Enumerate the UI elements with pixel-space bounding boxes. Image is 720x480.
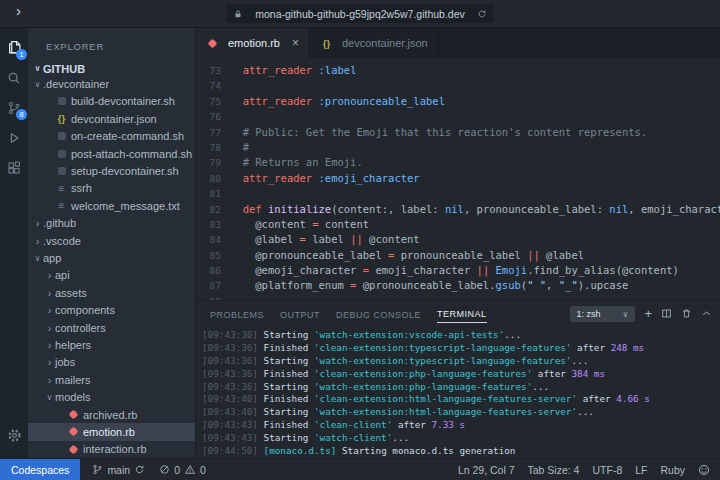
new-terminal-icon[interactable]: [644, 306, 652, 321]
code-line[interactable]: 84 @label = label || @content: [196, 232, 720, 247]
tree-item-models[interactable]: ∨models: [28, 388, 195, 405]
tree-item-emotion-rb[interactable]: emotion.rb: [28, 423, 195, 440]
tree-item-post-attach-command-sh[interactable]: post-attach-command.sh: [28, 145, 195, 162]
code-line[interactable]: 79 # Returns an Emoji.: [196, 155, 720, 170]
code-line[interactable]: 86 @emoji_character = emoji_character ||…: [196, 263, 720, 278]
code-text: def initialize(content:, label: nil, pro…: [230, 202, 720, 217]
code-text: @pronounceable_label = pronounceable_lab…: [230, 248, 584, 263]
tree-item-welcome-message-txt[interactable]: ≡welcome_message.txt: [28, 197, 195, 214]
activity-run-debug-icon[interactable]: [0, 124, 28, 151]
tree-item-mailers[interactable]: ›mailers: [28, 371, 195, 388]
browser-forward-icon[interactable]: ›: [16, 2, 21, 19]
code-line[interactable]: 75 attr_reader :pronounceable_label: [196, 94, 720, 109]
url-text[interactable]: mona-github-github-g59jpq2w5w7.github.de…: [243, 8, 477, 20]
tab-devcontainer-json[interactable]: {} devcontainer.json: [310, 28, 439, 58]
tree-item--vscode[interactable]: ›.vscode: [28, 232, 195, 249]
terminal-line: [09:43:36] Finished 'clean-extension:php…: [202, 368, 720, 381]
code-line[interactable]: 80 attr_reader :emoji_character: [196, 171, 720, 186]
activity-settings-icon[interactable]: [0, 422, 28, 449]
explorer-title: EXPLORER: [28, 28, 195, 62]
line-number: 86: [196, 263, 230, 278]
code-line[interactable]: 81: [196, 186, 720, 201]
code-line[interactable]: 77 # Public: Get the Emoji that this rea…: [196, 125, 720, 140]
code-line[interactable]: 74: [196, 78, 720, 93]
code-line[interactable]: 83 @content = content: [196, 217, 720, 232]
language-mode[interactable]: Ruby: [660, 464, 685, 476]
panel-tab-terminal[interactable]: TERMINAL: [437, 304, 487, 323]
activity-search-icon[interactable]: [0, 64, 28, 91]
line-number: 80: [196, 171, 230, 186]
activity-extensions-icon[interactable]: [0, 154, 28, 181]
text-file-icon: ≡: [55, 183, 68, 194]
tree-item-jobs[interactable]: ›jobs: [28, 354, 195, 371]
json-file-icon: {}: [55, 113, 68, 124]
tree-item-ssrh[interactable]: ≡ssrh: [28, 180, 195, 197]
maximize-panel-icon[interactable]: [701, 308, 712, 319]
terminal-line: [09:43:36] Starting 'watch-extension:vsc…: [202, 329, 720, 342]
tab-size[interactable]: Tab Size: 4: [528, 464, 580, 476]
tree-item-archived-rb[interactable]: archived.rb: [28, 406, 195, 423]
problems-indicator[interactable]: 0 0: [159, 464, 206, 476]
tree-item-label: devcontainer.json: [71, 113, 157, 125]
code-editor[interactable]: 73 attr_reader :label7475 attr_reader :p…: [196, 58, 720, 300]
status-bar: Codespaces main 0 0 Ln 29, Col 7 Tab Siz…: [0, 458, 720, 480]
tree-item-build-devcontainer-sh[interactable]: build-devcontainer.sh: [28, 93, 195, 110]
eol-indicator[interactable]: LF: [635, 464, 647, 476]
codespaces-remote-button[interactable]: Codespaces: [0, 459, 80, 480]
terminal-line: [09:43:40] Finished 'clean-extension:htm…: [202, 393, 720, 406]
tree-item-devcontainer-json[interactable]: {}devcontainer.json: [28, 110, 195, 127]
tree-item--github[interactable]: ›.github: [28, 215, 195, 232]
browser-topbar: › mona-github-github-g59jpq2w5w7.github.…: [0, 0, 720, 28]
address-bar[interactable]: mona-github-github-g59jpq2w5w7.github.de…: [226, 4, 494, 23]
tree-item-controllers[interactable]: ›controllers: [28, 319, 195, 336]
line-number: 75: [196, 94, 230, 109]
terminal-line: [09:43:43] Starting 'watch-client'...: [202, 432, 720, 445]
lock-icon: [233, 9, 243, 19]
code-text: # Public: Get the Emoji that this reacti…: [230, 125, 647, 140]
line-number: 78: [196, 140, 230, 155]
terminal-shell-select[interactable]: 1: zsh: [570, 306, 636, 322]
split-terminal-icon[interactable]: [661, 308, 672, 319]
cursor-position[interactable]: Ln 29, Col 7: [458, 464, 515, 476]
tree-item-app[interactable]: ∨app: [28, 249, 195, 266]
kill-terminal-icon[interactable]: [681, 308, 692, 319]
repo-section-github[interactable]: ∨ GITHUB: [28, 62, 195, 75]
tree-item-api[interactable]: ›api: [28, 267, 195, 284]
terminal-line: [09:43:36] Starting 'watch-extension:php…: [202, 381, 720, 394]
tree-item--devcontainer[interactable]: ∨.devcontainer: [28, 75, 195, 92]
chevron-right-icon: ›: [44, 339, 55, 351]
tree-item-interaction-rb[interactable]: interaction.rb: [28, 441, 195, 458]
text-file-icon: ≡: [55, 200, 68, 211]
shell-file-icon: [55, 97, 68, 105]
code-line[interactable]: 85 @pronounceable_label = pronounceable_…: [196, 248, 720, 263]
tree-item-setup-devcontainer-sh[interactable]: setup-devcontainer.sh: [28, 162, 195, 179]
tree-item-on-create-command-sh[interactable]: on-create-command.sh: [28, 128, 195, 145]
encoding[interactable]: UTF-8: [592, 464, 622, 476]
panel-tab-problems[interactable]: PROBLEMS: [210, 305, 264, 323]
activity-source-control-icon[interactable]: 8: [0, 94, 28, 121]
reload-icon[interactable]: [477, 9, 487, 19]
code-text: @content = content: [230, 217, 369, 232]
tree-item-assets[interactable]: ›assets: [28, 284, 195, 301]
chevron-right-icon: ›: [44, 374, 55, 386]
chevron-down-icon: ∨: [44, 393, 55, 402]
panel-tab-output[interactable]: OUTPUT: [280, 305, 320, 323]
line-number: 81: [196, 186, 230, 201]
code-line[interactable]: 87 @platform_enum = @pronounceable_label…: [196, 278, 720, 293]
tree-item-helpers[interactable]: ›helpers: [28, 336, 195, 353]
panel-tab-debug-console[interactable]: DEBUG CONSOLE: [336, 305, 421, 323]
activity-explorer-icon[interactable]: 1: [0, 34, 28, 61]
tree-item-components[interactable]: ›components: [28, 301, 195, 318]
workbench: 18 EXPLORER ∨ GITHUB ∨.devcontainerbuild…: [0, 28, 720, 458]
feedback-smiley-icon[interactable]: [698, 464, 710, 476]
branch-indicator[interactable]: main: [92, 464, 145, 476]
terminal-output[interactable]: [09:43:36] Starting 'watch-extension:vsc…: [196, 326, 720, 458]
ruby-gem-shape: [69, 410, 79, 420]
code-line[interactable]: 78 #: [196, 140, 720, 155]
tab-emotion-rb[interactable]: emotion.rb: [196, 28, 310, 58]
code-line[interactable]: 76: [196, 109, 720, 124]
code-line[interactable]: 73 attr_reader :label: [196, 63, 720, 78]
statusbar-left: main 0 0: [92, 464, 205, 476]
close-icon[interactable]: [292, 36, 299, 50]
code-line[interactable]: 82 def initialize(content:, label: nil, …: [196, 202, 720, 217]
